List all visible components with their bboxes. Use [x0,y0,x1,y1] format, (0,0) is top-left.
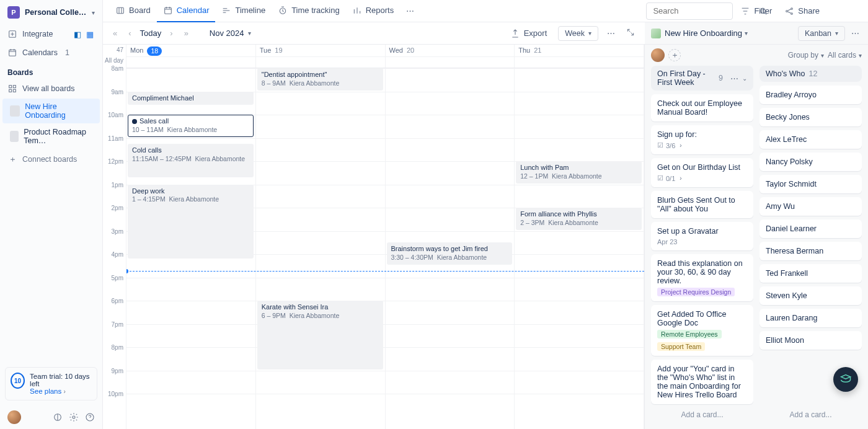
all-cards[interactable]: All cards▾ [828,51,862,60]
view-picker[interactable]: Kanban ▾ [798,26,845,41]
calendar-event[interactable]: Deep work1 – 4:15PM Kiera Abbamonte [128,185,254,259]
help-fab[interactable] [833,367,858,392]
sidebar-integrate[interactable]: Integrate ◧ ▦ [0,25,102,43]
list-header[interactable]: Who's Who 12 [760,66,862,82]
kanban-card[interactable]: Steven Kyle [760,286,862,305]
kanban-card[interactable]: Check out our Employee Manual Board! [651,94,753,122]
panel-board-name[interactable]: New Hire Onboarding ▾ [665,29,748,38]
connect-boards[interactable]: ＋ Connect boards [0,149,102,169]
svg-point-13 [786,10,788,12]
calendar-event[interactable]: Sales call10 – 11AM Kiera Abbamonte [128,115,254,137]
bell-icon[interactable] [827,2,837,20]
panel-more-icon[interactable]: ⋯ [849,26,862,40]
nav-next[interactable]: › [167,27,175,39]
tab-reports[interactable]: Reports [346,0,401,22]
right-panel: New Hire Onboarding ▾ Kanban ▾ ⋯ ＋ Group… [645,22,868,429]
more-tabs-icon[interactable]: ⋯ [405,6,415,16]
card-title: Amy Wu [766,202,856,211]
kanban-card[interactable]: Bradley Arroyo [760,86,862,104]
filter-icon [740,6,750,16]
theme-icon[interactable] [53,412,63,422]
see-plans-link[interactable]: See plans › [30,387,92,395]
kanban-card[interactable]: Elliot Moon [760,331,862,350]
today-button[interactable]: Today [140,29,162,38]
event-title: Form alliance with Phyllis [520,210,637,219]
help-icon[interactable] [85,412,95,422]
search-box[interactable] [646,2,733,20]
calendar-event[interactable]: "Dentist appointment"8 – 9AM Kiera Abbam… [257,68,383,91]
kanban-card[interactable]: Ted Frankell [760,264,862,283]
event-meta: 8 – 9AM Kiera Abbamonte [262,79,379,87]
kanban-card[interactable]: Becky Jones [760,108,862,126]
more-icon[interactable]: ⋯ [604,26,618,40]
calendar-event[interactable]: Compliment Michael [128,92,254,105]
card-label: Project Requires Design [657,288,735,296]
event-title: Deep work [132,187,249,196]
kanban-card[interactable]: Theresa Berman [760,242,862,260]
tab-time-tracking[interactable]: Time tracking [272,0,346,22]
share-button[interactable]: Share [779,2,825,20]
add-member-icon[interactable]: ＋ [668,49,681,61]
board-name: New Hire Onboarding [25,102,92,120]
list-header[interactable]: On First Day - First Week 9 ⋯⌄ [651,66,753,91]
card-label: Support Team [657,342,705,351]
panel-toggle-icon[interactable] [852,2,862,20]
board-item[interactable]: Product Roadmap Tem… [2,124,100,149]
week-number: 47 [103,45,126,57]
event-title: Karate with Sensei Ira [262,303,379,312]
board-item[interactable]: New Hire Onboarding [2,99,100,123]
calendar-event[interactable]: Karate with Sensei Ira6 – 9PM Kiera Abba… [257,301,383,369]
member-avatar[interactable] [651,48,665,62]
kanban-card[interactable]: Amy Wu [760,197,862,216]
nav-first[interactable]: « [110,27,120,39]
tab-calendar[interactable]: Calendar [157,0,216,22]
kanban-card[interactable]: Alex LeTrec [760,130,862,149]
add-card[interactable]: Add a card... [651,407,753,423]
plus-icon: ＋ [7,154,17,164]
kanban-card[interactable]: Blurb Gets Sent Out to "All" about You [651,191,753,218]
kanban-card[interactable]: Daniel Learner [760,219,862,238]
add-card[interactable]: Add a card... [760,407,862,423]
event-title: Cold calls [132,146,249,155]
hour-label: 7pm [112,321,123,327]
tab-board[interactable]: Board [109,0,157,22]
range-picker[interactable]: Week ▾ [558,26,598,41]
kanban-card[interactable]: Set up a GravatarApr 23 [651,222,753,250]
svg-rect-10 [164,7,171,14]
expand-icon[interactable] [624,25,637,41]
sidebar-calendars[interactable]: Calendars 1 [0,43,102,62]
nav-last[interactable]: » [182,27,191,39]
group-by[interactable]: Group by▾ [788,51,824,60]
kanban-card[interactable]: Sign up for:☑3/6 › [651,125,753,154]
nav-prev[interactable]: ‹ [126,27,133,39]
card-title: Check out our Employee Manual Board! [657,99,747,117]
card-title: Becky Jones [766,113,856,122]
hour-label: 10pm [108,391,123,397]
kanban-card[interactable]: Get on Our Birthday List☑0/1 › [651,158,753,187]
month-picker[interactable]: Nov 2024 ▾ [210,29,251,38]
kanban-card[interactable]: Add your "You" card in the "Who's Who" l… [651,360,753,404]
filter-button[interactable]: Filter [735,2,777,20]
svg-rect-9 [117,7,124,13]
export-button[interactable]: Export [505,25,552,42]
kanban-card[interactable]: Read this explanation on your 30, 60, & … [651,254,753,301]
calendar-event[interactable]: Cold calls11:15AM – 12:45PM Kiera Abbamo… [128,144,254,177]
calendar-event[interactable]: Lunch with Pam12 – 1PM Kiera Abbamonte [516,161,642,184]
kanban-card[interactable]: Lauren Darang [760,309,862,327]
day-header: Tue19 [256,45,386,56]
workspace-switcher[interactable]: P Personal Collec… ▾ [0,0,102,25]
tab-timeline[interactable]: Timeline [215,0,272,22]
checklist-icon: ☑ [657,174,663,182]
collapse-icon[interactable]: ⌄ [742,75,747,82]
kanban-card[interactable]: Taylor Schmidt [760,175,862,193]
kanban-card[interactable]: Get Added To Office Google DocRemote Emp… [651,305,753,356]
calendar-event[interactable]: Brainstorm ways to get Jim fired3:30 – 4… [387,242,513,265]
refresh-icon[interactable] [839,2,849,20]
card-title: Set up a Gravatar [657,227,747,236]
user-avatar[interactable] [7,410,21,424]
view-all-boards[interactable]: View all boards [0,79,102,98]
calendar-event[interactable]: Form alliance with Phyllis2 – 3PM Kiera … [516,208,642,230]
list-more-icon[interactable]: ⋯ [730,74,738,83]
kanban-card[interactable]: Nancy Polsky [760,153,862,171]
settings-icon[interactable] [69,412,79,422]
